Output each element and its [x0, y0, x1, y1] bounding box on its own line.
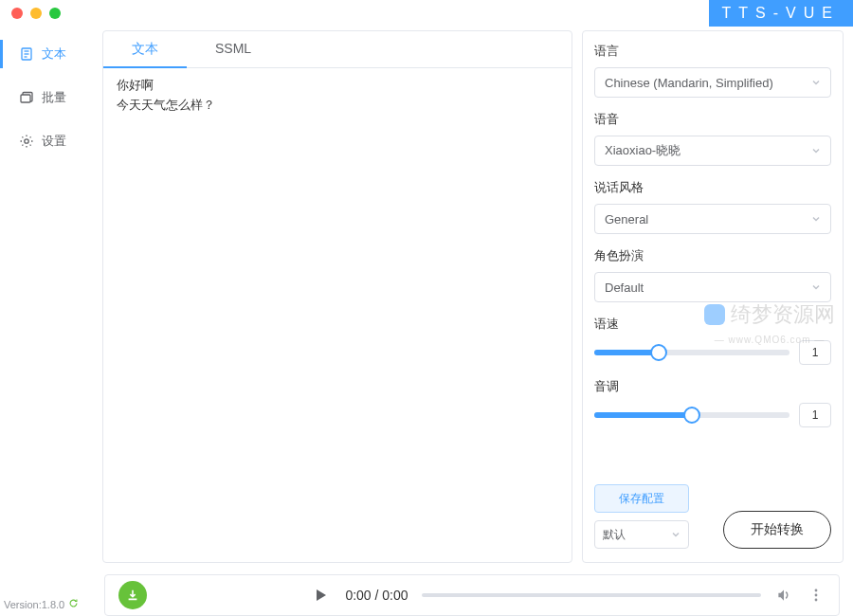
svg-point-6 — [815, 589, 818, 592]
sidebar-item-label: 设置 — [42, 133, 66, 150]
select-voice[interactable]: Xiaoxiao-晓晓 — [594, 136, 831, 166]
slider-pitch[interactable] — [594, 412, 789, 418]
select-language[interactable]: Chinese (Mandarin, Simplified) — [594, 67, 831, 98]
sidebar-item-batch[interactable]: 批量 — [0, 76, 99, 119]
maximize-window-button[interactable] — [49, 8, 61, 19]
refresh-icon[interactable] — [68, 598, 79, 610]
play-button[interactable] — [309, 584, 332, 607]
editor-line: 今天天气怎么样？ — [117, 96, 558, 116]
sidebar-item-label: 批量 — [42, 89, 66, 106]
app-title: TTS-VUE — [709, 0, 853, 27]
editor-tabs: 文本 SSML — [103, 31, 572, 68]
editor-line: 你好啊 — [117, 76, 558, 96]
chevron-down-icon — [811, 146, 821, 155]
tab-text[interactable]: 文本 — [103, 31, 187, 67]
traffic-lights — [11, 8, 61, 19]
start-convert-button[interactable]: 开始转换 — [723, 511, 831, 549]
settings-panel: 语言 Chinese (Mandarin, Simplified) 语音 Xia… — [582, 30, 844, 563]
sidebar-item-settings[interactable]: 设置 — [0, 119, 99, 163]
version-label: Version:1.8.0 — [4, 598, 79, 610]
label-style: 说话风格 — [594, 179, 831, 196]
select-style[interactable]: General — [594, 204, 831, 234]
gear-icon — [19, 134, 34, 149]
label-voice: 语音 — [594, 111, 831, 128]
label-speed: 语速 — [594, 316, 831, 333]
chevron-down-icon — [811, 78, 821, 87]
document-icon — [19, 46, 34, 62]
save-config-button[interactable]: 保存配置 — [594, 484, 689, 513]
player-progress[interactable] — [422, 593, 761, 597]
volume-icon[interactable] — [774, 586, 793, 605]
label-pitch: 音调 — [594, 378, 831, 395]
svg-point-7 — [815, 594, 818, 597]
svg-rect-4 — [21, 95, 30, 102]
select-preset[interactable]: 默认 — [594, 520, 689, 549]
svg-point-8 — [815, 599, 818, 602]
slider-speed[interactable] — [594, 350, 789, 355]
chevron-down-icon — [671, 530, 681, 539]
titlebar: TTS-VUE — [0, 0, 853, 27]
audio-player: 0:00 / 0:00 — [104, 574, 840, 616]
slider-thumb[interactable] — [683, 407, 700, 424]
chevron-down-icon — [811, 214, 821, 224]
slider-thumb[interactable] — [650, 344, 667, 361]
minimize-window-button[interactable] — [30, 8, 42, 19]
value-pitch[interactable]: 1 — [799, 403, 831, 427]
player-time: 0:00 / 0:00 — [345, 588, 408, 603]
sidebar-item-label: 文本 — [42, 45, 66, 63]
text-editor[interactable]: 你好啊 今天天气怎么样？ — [103, 68, 572, 562]
tab-ssml[interactable]: SSML — [187, 31, 280, 67]
more-icon[interactable] — [807, 586, 826, 605]
value-speed[interactable]: 1 — [799, 340, 831, 365]
svg-point-5 — [25, 139, 28, 143]
label-language: 语言 — [594, 43, 831, 60]
sidebar-item-text[interactable]: 文本 — [0, 32, 99, 76]
sidebar: 文本 批量 设置 Version:1.8.0 — [0, 27, 99, 567]
download-button[interactable] — [118, 581, 147, 609]
close-window-button[interactable] — [11, 8, 23, 19]
stack-icon — [19, 90, 34, 105]
label-role: 角色扮演 — [594, 247, 831, 264]
editor-panel: 文本 SSML 你好啊 今天天气怎么样？ — [102, 30, 572, 563]
select-role[interactable]: Default — [594, 272, 831, 302]
chevron-down-icon — [811, 282, 821, 292]
